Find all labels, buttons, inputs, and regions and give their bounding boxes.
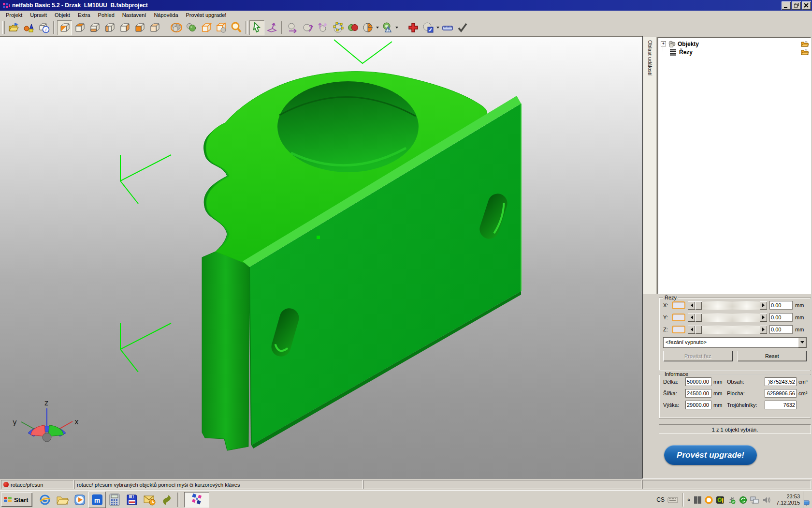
move-part-button[interactable] — [285, 20, 300, 35]
toolbar-grip[interactable] — [2, 21, 5, 34]
cut-y-slider[interactable] — [688, 314, 767, 322]
orange-ring-icon[interactable] — [705, 496, 713, 504]
reset-cut-button[interactable]: Reset — [738, 351, 807, 361]
cut-y-slider-right[interactable] — [760, 314, 767, 322]
cut-y-slider-left[interactable] — [688, 314, 695, 322]
cut-x-label: X: — [663, 302, 669, 308]
start-button[interactable]: Start — [1, 493, 32, 507]
view-iso-button[interactable] — [57, 20, 72, 35]
open-project-button[interactable] — [6, 20, 21, 35]
close-button[interactable] — [802, 1, 811, 10]
usb-safely-remove-icon[interactable] — [727, 496, 736, 504]
view-top-button[interactable] — [72, 20, 87, 35]
cut-z-value[interactable] — [769, 325, 793, 334]
repair-part-button[interactable] — [406, 20, 420, 35]
cut-z-slider-right[interactable] — [760, 326, 767, 334]
green-ball-icon[interactable] — [739, 496, 747, 504]
viewport-3d[interactable]: z y x — [0, 36, 642, 479]
select-cursor-button[interactable] — [249, 20, 264, 35]
scale-part-button[interactable] — [315, 20, 330, 35]
lasso-icon — [266, 22, 278, 33]
cut-dropdown[interactable] — [435, 21, 440, 35]
view-left-button[interactable] — [102, 20, 117, 35]
execute-cut-button[interactable]: Provést řez — [663, 351, 733, 361]
menu-projekt[interactable]: Projekt — [2, 11, 26, 19]
slice-view-dropdown[interactable] — [375, 21, 379, 35]
media-player-launcher[interactable] — [71, 492, 88, 508]
load-objects-folder-icon[interactable] — [801, 41, 809, 47]
cut-z-slider[interactable] — [688, 326, 767, 334]
compare-parts-button[interactable] — [345, 20, 360, 35]
menu-extra[interactable]: Extra — [74, 11, 94, 19]
menu-pohled[interactable]: Pohled — [94, 11, 118, 19]
add-part-button[interactable] — [21, 20, 36, 35]
outlook-launcher[interactable] — [141, 492, 158, 508]
spybot-launcher[interactable] — [158, 492, 175, 508]
windows-update-icon[interactable] — [694, 496, 702, 504]
tray-clock[interactable]: 23:53 7.12.2015 — [776, 493, 800, 506]
cut-x-toggle[interactable] — [672, 301, 685, 309]
minimize-button[interactable] — [782, 1, 791, 10]
view-back-button[interactable] — [147, 20, 162, 35]
analysis-dropdown[interactable] — [394, 21, 399, 35]
view-right-button[interactable] — [117, 20, 132, 35]
nvidia-icon[interactable] — [716, 496, 725, 504]
slice-view-button[interactable] — [360, 20, 375, 35]
zoom-button[interactable] — [229, 20, 244, 35]
view-front-button[interactable] — [132, 20, 147, 35]
cut-part-button[interactable] — [420, 20, 435, 35]
status-hint: rotace/ přesum vybraných objektů pomocí … — [77, 482, 240, 488]
outlook-icon — [143, 494, 156, 506]
volume-icon[interactable] — [762, 496, 771, 504]
parts-group-button[interactable] — [169, 20, 184, 35]
menu-bar: Projekt Upravit Objekt Extra Pohled Nast… — [0, 11, 812, 19]
menu-objekt[interactable]: Objekt — [51, 11, 74, 19]
menu-upravit[interactable]: Upravit — [26, 11, 51, 19]
keyboard-icon[interactable] — [667, 496, 678, 504]
cut-y-value[interactable] — [769, 313, 793, 322]
menu-nastaveni[interactable]: Nastavení — [118, 11, 150, 19]
cut-x-slider-right[interactable] — [760, 301, 767, 310]
explorer-launcher[interactable] — [54, 492, 71, 508]
cut-y-slider-thumb[interactable] — [695, 314, 702, 322]
tray-expand-chevron[interactable]: « — [686, 498, 692, 501]
cut-x-slider-thumb[interactable] — [695, 301, 702, 310]
events-area-tab[interactable]: Oblast událostí — [643, 37, 657, 294]
measure-button[interactable] — [440, 20, 455, 35]
info-row-height: Výška: mm Trojúhelníky: — [663, 401, 807, 409]
platform-button[interactable] — [214, 20, 229, 35]
menu-napoveda[interactable]: Nápověda — [150, 11, 182, 19]
cut-x-slider-left[interactable] — [688, 301, 695, 310]
restore-button[interactable] — [792, 1, 801, 10]
save-launcher[interactable] — [123, 492, 141, 508]
menu-upgrade[interactable]: Provést upgrade! — [182, 11, 231, 19]
edit-mesh-button[interactable] — [330, 20, 345, 35]
view-bottom-button[interactable] — [87, 20, 102, 35]
cut-z-slider-left[interactable] — [688, 326, 695, 334]
cut-z-toggle[interactable] — [672, 326, 685, 333]
combo-dropdown-button[interactable] — [798, 338, 806, 347]
validate-button[interactable] — [455, 20, 470, 35]
upgrade-button[interactable]: Provést upgrade! — [664, 445, 757, 465]
rotate-part-button[interactable] — [300, 20, 315, 35]
cut-x-value[interactable] — [769, 301, 793, 310]
tree-item-cuts[interactable]: Řezy — [658, 48, 811, 56]
lasso-select-button[interactable] — [264, 20, 279, 35]
part-info-button[interactable]: i — [36, 20, 51, 35]
calculator-launcher[interactable] — [106, 492, 123, 508]
cut-mode-select[interactable]: <řezání vypnuto> — [663, 337, 807, 348]
show-desktop-button[interactable] — [803, 492, 811, 508]
bounding-box-button[interactable] — [199, 20, 214, 35]
cut-x-slider[interactable] — [688, 301, 767, 310]
netfabb-taskbar-button[interactable] — [184, 492, 209, 508]
analysis-button[interactable] — [379, 20, 394, 35]
cut-z-slider-thumb[interactable] — [695, 326, 702, 334]
ie-launcher[interactable] — [36, 492, 54, 508]
language-indicator[interactable]: CS — [656, 496, 665, 503]
load-cuts-folder-icon[interactable] — [801, 49, 809, 55]
selected-part-button[interactable] — [184, 20, 199, 35]
cut-y-toggle[interactable] — [672, 314, 685, 321]
network-status-icon[interactable] — [750, 496, 759, 504]
maxthon-launcher[interactable]: m — [88, 492, 106, 508]
tree-item-objects[interactable]: + Objekty — [658, 40, 811, 48]
